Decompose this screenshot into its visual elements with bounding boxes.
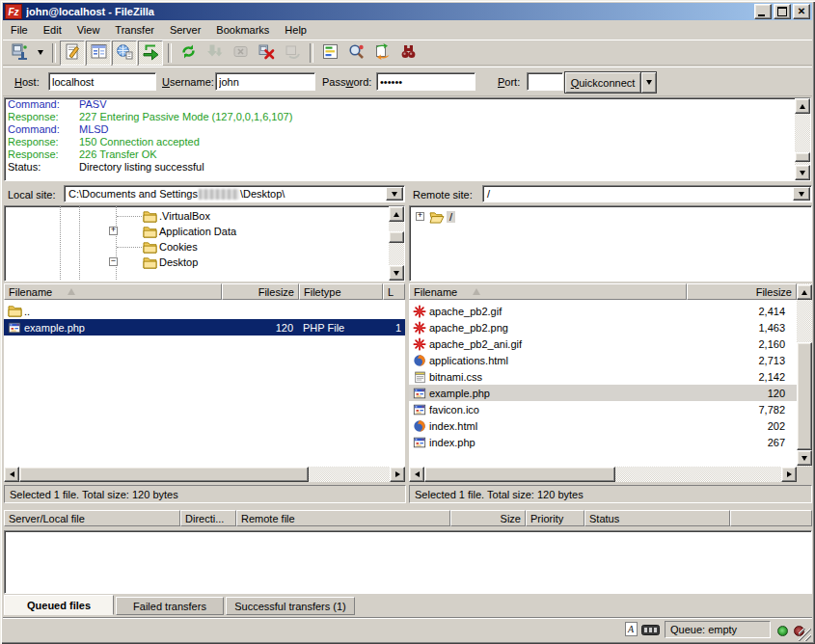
file-row-apache-pb2-png[interactable]: apache_pb2.png1,463: [409, 319, 797, 335]
filename-text: apache_pb2.png: [429, 322, 508, 334]
tree-guide-line: [79, 206, 80, 282]
column-header-l[interactable]: L: [383, 283, 405, 300]
process-queue-button[interactable]: [202, 40, 227, 66]
column-header-blank[interactable]: [730, 510, 812, 526]
local-hscroll-thumb[interactable]: [19, 467, 309, 482]
local-hscroll-right-button[interactable]: [390, 467, 405, 482]
column-header-filename[interactable]: Filename: [409, 283, 687, 300]
quickconnect-dropdown-button[interactable]: [640, 71, 657, 94]
username-input[interactable]: [215, 72, 315, 91]
menu-file[interactable]: File: [3, 21, 36, 39]
port-input[interactable]: [527, 72, 563, 91]
column-header-filesize[interactable]: Filesize: [687, 283, 797, 300]
file-row-blank[interactable]: ..: [4, 303, 405, 319]
file-row-index-html[interactable]: index.html202: [409, 417, 797, 434]
cancel-operation-button[interactable]: [228, 40, 253, 66]
disconnect-button[interactable]: [254, 40, 279, 66]
expand-icon[interactable]: +: [416, 212, 424, 221]
remote-vscroll-up-button[interactable]: [797, 284, 812, 300]
remote-vscroll-thumb[interactable]: [797, 342, 812, 450]
file-row-applications-html[interactable]: applications.html2,713: [409, 352, 797, 368]
toggle-local-tree-icon: [90, 42, 108, 63]
minimize-button[interactable]: [754, 4, 772, 19]
cell-filename: index.php: [409, 436, 687, 449]
reconnect-button[interactable]: [280, 40, 305, 66]
file-row-example-php[interactable]: example.php120: [409, 385, 797, 401]
local-tree-scrollbar-up-button[interactable]: [389, 206, 404, 222]
filename-filters-button[interactable]: [317, 40, 342, 66]
local-hscroll-left-button[interactable]: [4, 467, 19, 482]
password-input[interactable]: [376, 72, 475, 91]
remote-vertical-scrollbar[interactable]: [797, 283, 812, 467]
local-tree-scrollbar-thumb[interactable]: [389, 231, 404, 243]
remote-horizontal-scrollbar[interactable]: [409, 467, 797, 482]
log-scrollbar-up-button[interactable]: [795, 98, 810, 114]
tree-item-desktop[interactable]: Desktop: [142, 255, 198, 270]
local-tree-scrollbar-down-button[interactable]: [389, 265, 404, 281]
local-site-combobox[interactable]: C:\Documents and Settings\Desktop\: [64, 185, 405, 202]
column-header-status[interactable]: Status: [584, 510, 730, 526]
resize-grip[interactable]: [799, 629, 811, 641]
site-manager-button[interactable]: [7, 40, 32, 66]
column-header-filename[interactable]: Filename: [4, 283, 222, 300]
find-files-button[interactable]: [395, 40, 421, 66]
cell-filesize: 120: [222, 322, 299, 334]
toggle-local-tree-button[interactable]: [86, 40, 111, 66]
local-horizontal-scrollbar[interactable]: [4, 467, 405, 482]
column-header-priority[interactable]: Priority: [526, 510, 584, 526]
remote-hscroll-right-button[interactable]: [781, 467, 797, 482]
column-header-directi[interactable]: Directi...: [180, 510, 236, 526]
refresh-button[interactable]: [176, 40, 201, 66]
tree-item-application-data[interactable]: Application Data: [142, 224, 236, 239]
transfer-queue-body: [4, 530, 812, 594]
tab-failed-transfers[interactable]: Failed transfers: [116, 597, 224, 615]
menu-bookmarks[interactable]: Bookmarks: [208, 21, 277, 39]
expand-icon[interactable]: +: [109, 227, 118, 235]
log-scrollbar[interactable]: [795, 98, 810, 180]
column-header-label: Directi...: [185, 513, 224, 524]
quickconnect-button[interactable]: Quickconnect: [564, 71, 641, 94]
file-row-index-php[interactable]: index.php267: [409, 434, 797, 450]
remote-site-dropdown-button[interactable]: [793, 187, 810, 201]
menu-edit[interactable]: Edit: [36, 21, 69, 39]
tree-item-cookies[interactable]: Cookies: [142, 239, 198, 255]
column-header-filesize[interactable]: Filesize: [222, 283, 299, 300]
speed-limits-icon[interactable]: [641, 625, 660, 637]
site-manager-dropdown-button[interactable]: [33, 40, 47, 66]
file-row-example-php[interactable]: example.php120PHP File1: [4, 319, 405, 335]
remote-site-combobox[interactable]: /: [482, 185, 812, 202]
maximize-button[interactable]: [774, 4, 791, 19]
file-row-apache-pb2-gif[interactable]: apache_pb2.gif2,414: [409, 303, 797, 319]
column-header-filetype[interactable]: Filetype: [299, 283, 383, 300]
tab-successful-transfers-1[interactable]: Successful transfers (1): [226, 597, 355, 615]
menu-view[interactable]: View: [69, 21, 108, 39]
column-header-size[interactable]: Size: [450, 510, 526, 526]
toggle-transfer-queue-button[interactable]: [138, 40, 163, 66]
host-input[interactable]: [48, 72, 156, 91]
log-scrollbar-thumb[interactable]: [795, 152, 810, 162]
file-row-apache-pb2-ani-gif[interactable]: apache_pb2_ani.gif2,160: [409, 335, 797, 352]
menu-server[interactable]: Server: [162, 21, 208, 39]
remote-hscroll-thumb[interactable]: [424, 467, 615, 482]
remote-vscroll-down-button[interactable]: [797, 450, 812, 466]
close-button[interactable]: ✕: [793, 4, 810, 19]
menu-help[interactable]: Help: [277, 21, 314, 39]
toolbar-separator: [52, 43, 56, 63]
column-header-server-local-file[interactable]: Server/Local file: [4, 510, 180, 526]
log-scrollbar-down-button[interactable]: [795, 165, 810, 180]
collapse-icon[interactable]: −: [109, 257, 118, 266]
synchronized-browsing-button[interactable]: [369, 40, 394, 66]
toggle-remote-tree-button[interactable]: [112, 40, 137, 66]
local-tree-scrollbar[interactable]: [389, 206, 404, 281]
remote-hscroll-left-button[interactable]: [409, 467, 424, 482]
tab-queued-files[interactable]: Queued files: [4, 595, 114, 615]
column-header-remote-file[interactable]: Remote file: [236, 510, 450, 526]
file-row-favicon-ico[interactable]: favicon.ico7,782: [409, 401, 797, 417]
menu-transfer[interactable]: Transfer: [107, 21, 162, 39]
local-site-dropdown-button[interactable]: [386, 187, 403, 201]
directory-comparison-button[interactable]: [343, 40, 368, 66]
file-row-bitnami-css[interactable]: bitnami.css2,142: [409, 368, 797, 385]
tree-item-virtualbox[interactable]: .VirtualBox: [142, 208, 210, 224]
toggle-message-log-button[interactable]: [60, 40, 85, 66]
tree-item-root[interactable]: /: [429, 209, 455, 225]
